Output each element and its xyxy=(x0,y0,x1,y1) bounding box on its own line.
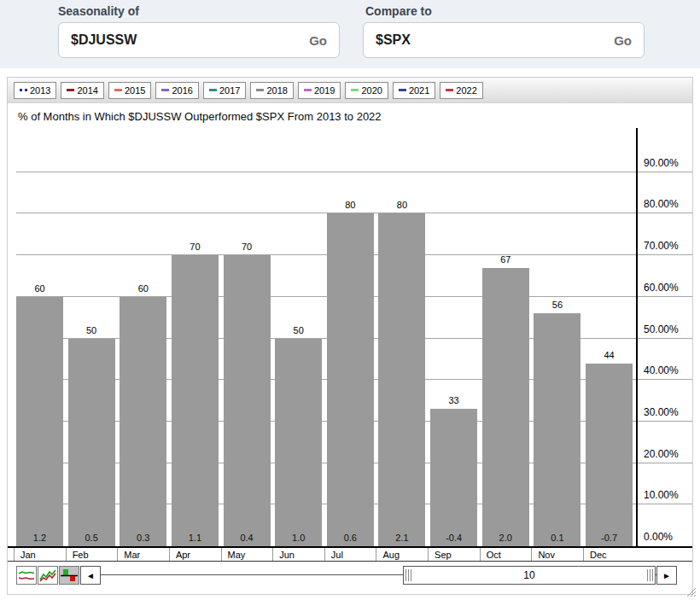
seasonality-go-button[interactable]: Go xyxy=(309,33,327,48)
year-marker-icon xyxy=(256,89,264,91)
scroll-right-button[interactable]: ► xyxy=(656,566,677,585)
legend-year-2020[interactable]: 2020 xyxy=(345,82,388,99)
month-separator xyxy=(376,548,376,561)
slider-value-label: 10 xyxy=(523,569,534,581)
bar-value-label: 60 xyxy=(16,283,63,294)
year-marker-icon xyxy=(446,89,453,91)
seasonality-symbol-input[interactable]: $DJUSSW Go xyxy=(58,22,340,58)
y-tick-label: 80.00% xyxy=(644,198,679,210)
month-label-apr: Apr xyxy=(176,550,190,560)
bar-jun xyxy=(275,339,322,547)
resize-grip-icon[interactable] xyxy=(683,584,697,597)
month-separator xyxy=(14,548,15,561)
seasonality-chart-panel: 2013201420152016201720182019202020212022… xyxy=(7,77,693,595)
year-marker-icon xyxy=(67,89,74,91)
bar-value-label: 70 xyxy=(224,242,271,252)
bar-jan xyxy=(16,297,63,546)
year-label: 2018 xyxy=(266,85,287,96)
y-tick-label: 60.00% xyxy=(644,282,679,294)
scroll-left-button[interactable]: ◄ xyxy=(80,566,101,585)
legend-year-2022[interactable]: 2022 xyxy=(440,82,482,99)
year-marker-icon xyxy=(399,89,406,91)
y-axis-line xyxy=(636,128,638,546)
month-separator xyxy=(428,548,429,561)
legend-year-2018[interactable]: 2018 xyxy=(250,82,293,99)
bar-bottom-value-label: -0.7 xyxy=(586,533,633,543)
bar-sep xyxy=(430,409,477,546)
month-label-aug: Aug xyxy=(382,550,400,560)
chart-toolbar: ◄ 10 ► xyxy=(8,562,692,592)
year-marker-icon xyxy=(20,89,27,91)
legend-year-2017[interactable]: 2017 xyxy=(203,82,246,99)
bar-value-label: 80 xyxy=(378,200,425,210)
year-marker-icon xyxy=(304,89,312,91)
month-label-jun: Jun xyxy=(279,550,295,560)
year-label: 2017 xyxy=(219,85,240,96)
bar-dec xyxy=(586,364,633,546)
bar-bottom-value-label: 0.5 xyxy=(68,533,115,543)
legend-year-2021[interactable]: 2021 xyxy=(393,82,435,99)
range-slider-thumb[interactable]: 10 xyxy=(403,566,656,585)
month-label-jan: Jan xyxy=(20,550,36,560)
y-tick-label: 0.00% xyxy=(644,531,673,543)
seasonality-symbol-value[interactable]: $DJUSSW xyxy=(71,32,137,48)
bar-jul xyxy=(327,213,374,546)
thumb-grip-right xyxy=(647,569,653,581)
legend-year-2019[interactable]: 2019 xyxy=(298,82,341,99)
bar-oct xyxy=(482,268,529,546)
bar-may xyxy=(224,255,271,546)
year-marker-icon xyxy=(161,89,169,91)
smooth-line-chart-icon[interactable] xyxy=(16,566,37,585)
y-tick-label: 20.00% xyxy=(644,448,679,460)
chart-title-row: % of Months in Which $DJUSSW Outperforme… xyxy=(8,103,692,128)
zigzag-line-chart-icon[interactable] xyxy=(38,566,58,585)
bar-value-label: 67 xyxy=(482,254,529,265)
year-legend: 2013201420152016201720182019202020212022 xyxy=(8,78,692,103)
year-marker-icon xyxy=(114,89,122,91)
month-separator xyxy=(272,548,273,561)
thumb-grip-left xyxy=(405,569,411,581)
bar-value-label: 50 xyxy=(275,325,322,335)
year-label: 2015 xyxy=(125,85,145,96)
compare-to-label: Compare to xyxy=(365,4,432,18)
year-label: 2013 xyxy=(30,85,50,96)
legend-year-2016[interactable]: 2016 xyxy=(155,82,198,99)
chart-title: % of Months in Which $DJUSSW Outperforme… xyxy=(8,103,692,123)
plot-area: 601.2500.5600.3701.1700.4501.0800.6802.1… xyxy=(8,128,692,548)
bar-bottom-value-label: 2.1 xyxy=(378,533,425,543)
y-tick-label: 40.00% xyxy=(644,364,679,376)
bar-bottom-value-label: 0.3 xyxy=(120,533,166,543)
year-label: 2016 xyxy=(172,85,192,96)
y-tick-label: 50.00% xyxy=(644,323,679,335)
bar-value-label: 33 xyxy=(430,395,477,405)
bar-bottom-value-label: 2.0 xyxy=(482,533,529,543)
y-tick-label: 30.00% xyxy=(644,406,679,418)
bar-bottom-value-label: 1.2 xyxy=(16,533,63,543)
month-separator xyxy=(324,548,325,561)
month-label-jul: Jul xyxy=(331,550,343,560)
bar-value-label: 56 xyxy=(534,300,580,310)
legend-year-2014[interactable]: 2014 xyxy=(61,82,103,99)
bar-bottom-value-label: 0.4 xyxy=(224,533,271,543)
y-tick-label: 10.00% xyxy=(644,489,679,501)
month-label-feb: Feb xyxy=(73,550,89,560)
month-axis-row: JanFebMarAprMayJunJulAugSepOctNovDec xyxy=(8,548,692,562)
legend-year-2013[interactable]: 2013 xyxy=(14,82,56,99)
month-separator xyxy=(66,548,67,561)
compare-symbol-value[interactable]: $SPX xyxy=(376,32,411,48)
bar-bottom-value-label: -0.4 xyxy=(430,533,477,543)
year-label: 2020 xyxy=(361,85,382,96)
bar-mar xyxy=(120,297,166,546)
bar-feb xyxy=(68,339,115,547)
month-label-may: May xyxy=(228,550,246,560)
bar-bottom-value-label: 1.0 xyxy=(275,533,322,543)
year-marker-icon xyxy=(351,89,359,91)
legend-year-2015[interactable]: 2015 xyxy=(108,82,151,99)
compare-symbol-input[interactable]: $SPX Go xyxy=(363,22,645,58)
compare-go-button[interactable]: Go xyxy=(614,33,632,48)
bar-value-label: 60 xyxy=(120,283,166,294)
bar-nov xyxy=(534,313,580,546)
month-separator xyxy=(169,548,170,561)
seasonality-bars-icon[interactable] xyxy=(59,566,79,585)
year-label: 2021 xyxy=(409,85,429,96)
